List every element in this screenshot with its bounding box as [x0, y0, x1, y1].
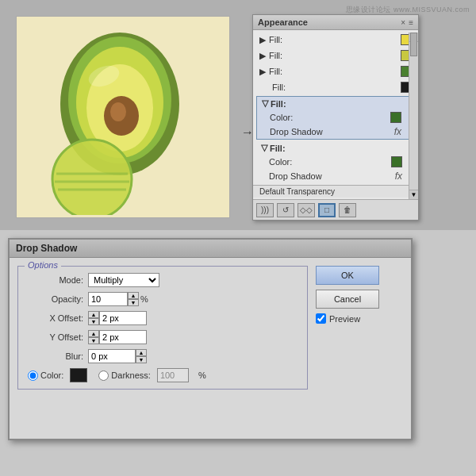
y-offset-arrows: ▲ ▼	[88, 330, 99, 344]
fill-dropshadow-label: Drop Shadow	[270, 127, 394, 136]
fill-row-2[interactable]: ▶ Fill:	[253, 48, 418, 63]
appearance-title: Appearance	[258, 17, 308, 27]
mode-label: Mode:	[28, 275, 83, 285]
opacity-input[interactable]	[88, 292, 128, 306]
appearance-content: ▶ Fill: ▶ Fill: ▶ Fill: Fill:	[253, 30, 418, 199]
panel-scrollbar[interactable]: ▲ ▼	[409, 33, 418, 199]
avocado-illustration	[33, 25, 223, 215]
ok-button[interactable]: OK	[316, 266, 379, 285]
color-darkness-row: Color: Darkness: %	[28, 368, 298, 382]
fill-row-1[interactable]: ▶ Fill:	[253, 32, 418, 48]
fill2-dropshadow-row: Drop Shadow fx	[256, 169, 415, 183]
fill-expanded-section: ▽ Fill: Color: Drop Shadow fx	[256, 96, 415, 140]
appearance-titlebar: Appearance × ≡	[253, 15, 418, 30]
cancel-button[interactable]: Cancel	[316, 290, 379, 309]
fill2-color-label: Color:	[269, 157, 391, 167]
fill2-color-row: Color:	[256, 155, 415, 169]
blur-down[interactable]: ▼	[136, 356, 147, 363]
blur-input[interactable]	[88, 349, 136, 363]
opacity-unit: %	[140, 294, 148, 304]
x-offset-row: X Offset: ▲ ▼	[28, 311, 298, 325]
expand-arrow-2: ▽	[261, 143, 267, 153]
appearance-panel: Appearance × ≡ ▶ Fill: ▶ Fill: ▶ Fill	[252, 14, 419, 221]
panel-bottom-bar: ))) ↺ ◇◇ □ 🗑	[253, 199, 418, 220]
darkness-input	[157, 368, 189, 382]
options-legend: Options	[25, 260, 61, 270]
canvas-area	[16, 16, 230, 218]
preview-checkbox[interactable]	[316, 313, 326, 324]
dialog-title: Drop Shadow	[16, 243, 77, 254]
fill-dropshadow-row: Drop Shadow fx	[257, 125, 414, 139]
fill-label-3: Fill:	[269, 67, 401, 76]
color-radio[interactable]	[28, 370, 38, 381]
scroll-down-btn[interactable]: ▼	[409, 190, 418, 199]
top-section: 思缘设计论坛 www.MISSVUAN.com →	[0, 0, 476, 230]
fill-arrow-1: ▶	[259, 35, 266, 45]
blur-spinner: ▲ ▼	[88, 349, 147, 363]
fill-section2: ▽ Fill: Color: Drop Shadow fx	[256, 141, 415, 183]
panel-btn-active[interactable]: □	[318, 203, 336, 217]
fill-arrow-2: ▶	[259, 51, 266, 61]
x-offset-input[interactable]	[99, 311, 147, 325]
blur-arrows: ▲ ▼	[136, 349, 147, 363]
fill-section2-header: ▽ Fill:	[256, 141, 415, 155]
x-offset-down[interactable]: ▼	[88, 318, 99, 325]
options-group: Options Mode: Multiply Opacity: ▲	[17, 266, 308, 390]
opacity-down[interactable]: ▼	[128, 299, 139, 306]
blur-up[interactable]: ▲	[136, 349, 147, 356]
panel-btn-reset[interactable]: ↺	[277, 203, 294, 217]
appearance-close-btn[interactable]: ×	[401, 18, 405, 27]
scrollbar-thumb[interactable]	[410, 33, 417, 56]
darkness-radio-label[interactable]: Darkness:	[98, 370, 151, 381]
dialog-body: Options Mode: Multiply Opacity: ▲	[10, 258, 411, 397]
panel-btn-delete[interactable]: 🗑	[339, 203, 356, 217]
fill-section2-label: Fill:	[270, 144, 286, 153]
y-offset-up[interactable]: ▲	[88, 330, 99, 337]
dialog-titlebar: Drop Shadow	[10, 240, 411, 258]
y-offset-label: Y Offset:	[28, 332, 83, 342]
fill-row-4[interactable]: Fill:	[253, 79, 418, 95]
fill-color-label: Color:	[270, 113, 390, 122]
fill-label-4: Fill:	[272, 83, 401, 92]
x-offset-up[interactable]: ▲	[88, 311, 99, 318]
mode-row: Mode: Multiply	[28, 273, 298, 287]
fill-label-2: Fill:	[269, 51, 401, 60]
panel-btn-style[interactable]: )))	[256, 203, 274, 217]
expand-arrow: ▽	[262, 98, 268, 109]
darkness-unit: %	[198, 370, 206, 380]
dialog-right: OK Cancel Preview	[316, 266, 403, 390]
opacity-spinner: ▲ ▼	[88, 292, 139, 306]
fill-arrow-3: ▶	[259, 67, 266, 77]
y-offset-down[interactable]: ▼	[88, 337, 99, 344]
fill-color-row: Color:	[257, 110, 414, 125]
fill2-fx-label: fx	[395, 171, 402, 182]
fill-expanded-header: ▽ Fill:	[257, 97, 414, 110]
preview-checkbox-label[interactable]: Preview	[316, 313, 403, 324]
blur-row: Blur: ▲ ▼	[28, 349, 298, 363]
opacity-row: Opacity: ▲ ▼ %	[28, 292, 298, 306]
opacity-up[interactable]: ▲	[128, 292, 139, 299]
fill2-color-swatch[interactable]	[391, 156, 402, 167]
fill-color-swatch[interactable]	[390, 112, 401, 123]
appearance-menu-btn[interactable]: ≡	[409, 18, 413, 27]
blur-label: Blur:	[28, 351, 83, 361]
mode-select[interactable]: Multiply	[88, 273, 159, 287]
color-swatch-box[interactable]	[70, 368, 87, 382]
darkness-radio[interactable]	[98, 370, 109, 381]
y-offset-input[interactable]	[99, 330, 147, 344]
color-radio-label[interactable]: Color:	[28, 370, 63, 381]
x-offset-spinner: ▲ ▼	[88, 311, 147, 325]
default-transparency: Default Transparency	[253, 185, 418, 198]
y-offset-row: Y Offset: ▲ ▼	[28, 330, 298, 344]
fill2-dropshadow-label: Drop Shadow	[269, 171, 395, 181]
opacity-label: Opacity:	[28, 294, 83, 304]
y-offset-spinner: ▲ ▼	[88, 330, 147, 344]
fill-row-3[interactable]: ▶ Fill:	[253, 63, 418, 79]
panel-controls: × ≡	[401, 18, 413, 27]
dialog-left: Options Mode: Multiply Opacity: ▲	[17, 266, 308, 390]
svg-point-5	[110, 102, 126, 121]
opacity-arrows: ▲ ▼	[128, 292, 139, 306]
panel-btn-new[interactable]: ◇◇	[298, 203, 315, 217]
fill-fx-label: fx	[394, 126, 401, 137]
x-offset-label: X Offset:	[28, 313, 83, 323]
